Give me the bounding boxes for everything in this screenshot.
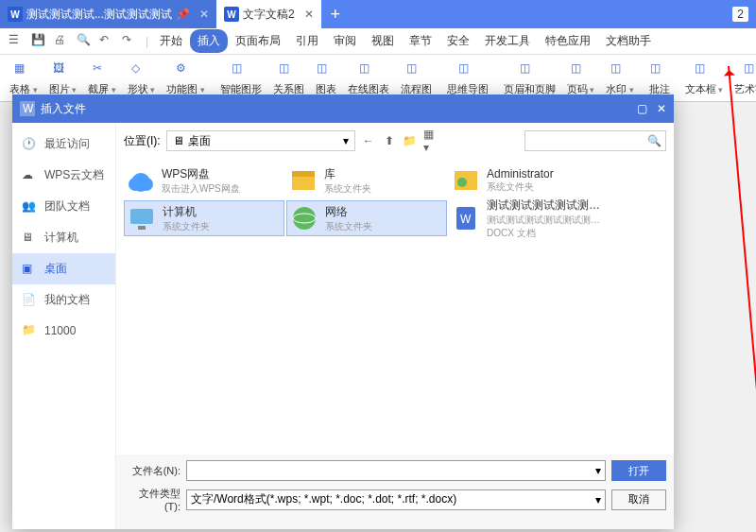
ribbon-icon: ◫: [744, 61, 756, 80]
file-name: 网络: [325, 204, 372, 220]
save-icon[interactable]: 💾: [31, 33, 48, 50]
location-select[interactable]: 🖥 桌面 ▾: [166, 130, 355, 151]
sidebar-item-computer[interactable]: 🖥计算机: [12, 222, 115, 253]
docx-icon: W: [451, 203, 481, 233]
ribbon-文本框[interactable]: ◫文本框: [679, 57, 730, 100]
ribbon-icon: ◫: [520, 61, 539, 80]
sidebar-item-label: 团队文档: [44, 198, 90, 215]
dialog-title: 插入文件: [41, 101, 86, 117]
cloud-icon: [126, 165, 156, 196]
maximize-icon[interactable]: ▢: [637, 102, 647, 115]
menu-引用[interactable]: 引用: [288, 29, 326, 53]
titlebar: W 测试测试测试...测试测试测试 📌 ✕ W 文字文稿2 ✕ + 2: [0, 0, 756, 28]
ribbon-icon: 🖼: [53, 61, 72, 80]
net-icon: [289, 203, 319, 233]
redo-icon[interactable]: ↷: [122, 33, 139, 50]
app-icon: W: [224, 7, 239, 22]
svg-point-11: [293, 207, 316, 230]
back-icon[interactable]: ←: [361, 133, 376, 148]
file-name: 测试测试测试测试测试测试测试: [487, 197, 608, 214]
chevron-down-icon: ▾: [343, 134, 349, 147]
search-icon: 🔍: [647, 134, 662, 147]
menu-页面布局[interactable]: 页面布局: [228, 29, 288, 53]
filename-label: 文件名(N):: [124, 464, 180, 478]
filetype-label: 文件类型(T):: [124, 487, 180, 512]
menu-章节[interactable]: 章节: [402, 29, 439, 53]
menubar: ☰ 💾 🖨 🔍 ↶ ↷ | 开始插入页面布局引用审阅视图章节安全开发工具特色应用…: [0, 28, 756, 55]
sidebar-item-cloud[interactable]: ☁WPS云文档: [12, 160, 115, 191]
clock-icon: 🕐: [22, 137, 37, 152]
menu-安全[interactable]: 安全: [439, 29, 477, 53]
sidebar-item-team[interactable]: 👥团队文档: [12, 191, 115, 222]
file-item[interactable]: 库系统文件夹: [286, 163, 447, 198]
up-icon[interactable]: ⬆: [382, 133, 397, 148]
ribbon-icon: ◫: [359, 61, 378, 80]
sidebar-item-clock[interactable]: 🕐最近访问: [12, 129, 115, 160]
tab-doc1[interactable]: W 测试测试测试...测试测试测试 📌 ✕: [0, 0, 216, 28]
filename-input[interactable]: ▾: [186, 460, 606, 481]
ribbon-icon: ◫: [650, 61, 669, 80]
menu-开始[interactable]: 开始: [152, 29, 190, 53]
location-row: 位置(I): 🖥 桌面 ▾ ← ⬆ 📁 ▦ ▾ 🔍: [116, 123, 674, 159]
sidebar-item-desktop[interactable]: ▣桌面: [12, 253, 115, 284]
print-icon[interactable]: 🖨: [54, 33, 71, 50]
file-item[interactable]: WPS网盘双击进入WPS网盘: [124, 163, 284, 198]
file-item[interactable]: Administrator系统文件夹: [449, 163, 610, 198]
file-item[interactable]: 网络系统文件夹: [286, 200, 447, 236]
annotation-arrow: [728, 66, 756, 527]
file-item[interactable]: 计算机系统文件夹: [124, 200, 284, 236]
ribbon-icon: ▦: [14, 61, 33, 80]
menu-插入[interactable]: 插入: [190, 29, 228, 53]
insert-file-dialog: W 插入文件 ▢ ✕ 🕐最近访问☁WPS云文档👥团队文档🖥计算机▣桌面📄我的文档…: [12, 94, 674, 529]
sidebar-item-label: 桌面: [44, 261, 67, 277]
ribbon-icon: ◫: [695, 61, 713, 80]
file-list: WPS网盘双击进入WPS网盘库系统文件夹Administrator系统文件夹计算…: [116, 159, 674, 455]
pc-icon: [127, 203, 157, 233]
location-label: 位置(I):: [124, 133, 161, 149]
sidebar-item-label: 我的文档: [44, 292, 90, 308]
sidebar-item-docs[interactable]: 📄我的文档: [12, 284, 115, 316]
menu-视图[interactable]: 视图: [364, 29, 402, 53]
menu-审阅[interactable]: 审阅: [326, 29, 364, 53]
sidebar-item-label: 11000: [44, 324, 76, 337]
menu-icon[interactable]: ☰: [9, 33, 26, 50]
new-folder-icon[interactable]: 📁: [403, 133, 418, 148]
view-icon[interactable]: ▦ ▾: [423, 133, 438, 148]
computer-icon: 🖥: [22, 231, 37, 246]
lib-icon: [288, 165, 318, 196]
chevron-down-icon: ▾: [595, 493, 601, 506]
svg-text:W: W: [460, 213, 472, 226]
new-tab-button[interactable]: +: [321, 0, 350, 28]
menu-文档助手[interactable]: 文档助手: [598, 29, 659, 53]
filetype-select[interactable]: 文字/Word格式(*.wps; *.wpt; *.doc; *.dot; *.…: [186, 489, 606, 510]
search-input[interactable]: 🔍: [524, 130, 666, 151]
ribbon-icon: ◫: [610, 61, 629, 80]
preview-icon[interactable]: 🔍: [77, 33, 94, 50]
close-icon[interactable]: ✕: [199, 8, 209, 21]
pin-icon[interactable]: 📌: [176, 8, 190, 21]
open-button[interactable]: 打开: [611, 460, 666, 481]
ribbon-icon: ◫: [232, 61, 250, 80]
svg-rect-9: [130, 209, 153, 224]
tab-doc2[interactable]: W 文字文稿2 ✕: [216, 0, 321, 28]
menu-特色应用[interactable]: 特色应用: [538, 29, 598, 53]
ribbon-艺术字[interactable]: ◫艺术字: [729, 57, 756, 100]
svg-text:W: W: [23, 102, 34, 115]
svg-point-3: [129, 178, 142, 191]
file-item[interactable]: W测试测试测试测试测试测试测试测试测试测试测试测试测试测试...DOCX 文档: [449, 200, 610, 236]
ribbon-icon: ◫: [317, 61, 335, 80]
ribbon-icon: ◫: [571, 61, 590, 80]
desktop-icon: 🖥: [173, 134, 184, 147]
close-icon[interactable]: ✕: [657, 102, 666, 115]
sidebar-item-folder[interactable]: 📁11000: [12, 316, 115, 346]
menu-开发工具[interactable]: 开发工具: [477, 29, 538, 53]
close-icon[interactable]: ✕: [304, 8, 314, 21]
cancel-button[interactable]: 取消: [611, 489, 666, 510]
app-icon: W: [20, 101, 35, 116]
app-icon: W: [8, 7, 23, 22]
svg-point-4: [140, 178, 153, 191]
folder-icon: 📁: [22, 323, 37, 338]
ribbon-icon: ✂: [93, 61, 112, 80]
location-value: 桌面: [188, 133, 211, 149]
undo-icon[interactable]: ↶: [99, 33, 116, 50]
